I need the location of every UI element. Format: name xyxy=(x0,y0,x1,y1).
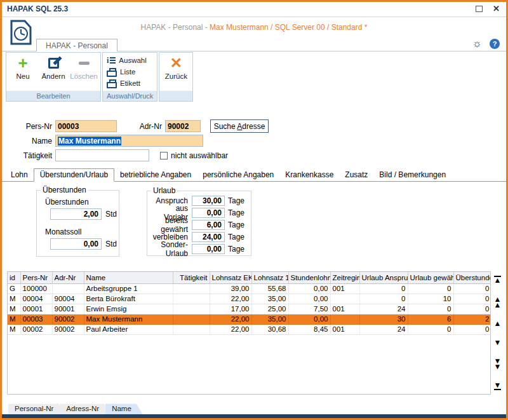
ribbon-group-bearbeiten: + Neu Ändern Löschen Bearbeiten xyxy=(6,52,101,102)
page-down-button[interactable]: ▼▼ xyxy=(494,358,502,370)
tab-ueberstunden-urlaub[interactable]: Überstunden/Urlaub xyxy=(34,168,114,182)
zurueck-button[interactable]: ✕ Zurück xyxy=(163,55,189,91)
table-cell: 17,00 xyxy=(210,304,251,314)
adr-nr-input[interactable]: 90002 xyxy=(165,120,201,132)
table-cell: 35,00 xyxy=(251,294,288,304)
table-cell: 6 xyxy=(408,314,453,324)
aus-vorjahr-input[interactable]: 0,00 xyxy=(192,208,225,218)
bottom-tab-personal-nr[interactable]: Personal-Nr xyxy=(8,403,65,414)
ribbon: + Neu Ändern Löschen Bearbeiten i Auswah… xyxy=(2,51,506,102)
table-cell xyxy=(330,294,359,304)
col-header-tätigkeit[interactable]: Tätigkeit xyxy=(173,272,210,283)
nicht-auswaehlbar-label: nicht auswählbar xyxy=(171,151,228,160)
table-cell: G xyxy=(8,283,20,294)
table-row[interactable]: M0000190001Erwin Emsig17,0025,007,500012… xyxy=(8,304,491,314)
table-row[interactable]: M0000390002Max Mustermann22,0035,000,003… xyxy=(8,314,491,324)
ueberstunden-legend: Überstunden xyxy=(41,186,88,194)
etikett-button[interactable]: Etikett xyxy=(107,78,152,89)
edit-icon xyxy=(48,58,59,69)
table-row[interactable]: M0000290002Paul Arbeiter22,0030,688,4500… xyxy=(8,324,491,334)
ribbon-group-auswahl-druck: i Auswahl Liste Etikett Auswahl/Druck xyxy=(102,52,157,102)
suche-adresse-button[interactable]: Suche Adresse xyxy=(210,119,269,133)
col-header-überstunden[interactable]: Überstunden xyxy=(453,272,491,283)
table-cell: 24 xyxy=(359,304,408,314)
taetigkeit-input[interactable] xyxy=(55,149,149,161)
list-info-icon: i xyxy=(107,56,116,65)
bottom-tab-name[interactable]: Name xyxy=(105,403,143,414)
table-cell: 8,45 xyxy=(288,324,330,334)
sonder-urlaub-input[interactable]: 0,00 xyxy=(192,244,225,254)
record-nav: ▲▲▲▲▼▼▼▼ xyxy=(490,275,505,391)
table-cell xyxy=(52,283,84,294)
auswahl-label: Auswahl xyxy=(119,57,146,64)
table-cell xyxy=(173,294,210,304)
col-header-lohnsatz-1[interactable]: Lohnsatz 1 xyxy=(251,272,288,283)
last-record-button[interactable]: ▼ xyxy=(494,383,502,391)
col-header-urlaub-gewährt[interactable]: Urlaub gewährt xyxy=(408,272,453,283)
table-cell xyxy=(173,304,210,314)
sonder-urlaub-label: Sonder-Urlaub xyxy=(151,240,192,258)
liste-button[interactable]: Liste xyxy=(107,66,152,78)
col-header-name[interactable]: Name xyxy=(84,272,173,283)
tab-zusatz[interactable]: Zusatz xyxy=(339,169,373,181)
app-window: HAPAK SQL 25.3 ✕ HAPAK - Personal - Max … xyxy=(0,0,508,420)
person-form: Pers-Nr 00003 Adr-Nr 90002 Suche Adresse… xyxy=(2,120,506,164)
page-up-button[interactable]: ▲▲ xyxy=(494,297,502,308)
close-icon[interactable]: ✕ xyxy=(493,5,500,13)
ribbon-tab-hapak-personal[interactable]: HAPAK - Personal xyxy=(36,39,117,51)
tab-persoenliche-angaben[interactable]: persönliche Angaben xyxy=(197,169,279,181)
name-input[interactable]: Max Mustermann xyxy=(55,135,203,147)
table-cell: 25,00 xyxy=(251,304,288,314)
auswahl-button[interactable]: i Auswahl xyxy=(107,55,152,66)
tab-bild-bemerkungen[interactable]: Bild / Bemerkungen xyxy=(373,169,451,181)
monatssoll-input[interactable]: 0,00 xyxy=(50,238,102,250)
title-bar: HAPAK SQL 25.3 ✕ xyxy=(2,2,506,17)
help-icon[interactable]: ? xyxy=(490,39,500,49)
loeschen-label: Löschen xyxy=(70,72,97,80)
monatssoll-unit: Std xyxy=(105,240,117,248)
maximize-icon[interactable] xyxy=(476,6,483,12)
bereits-gewaehrt-label: bereits gewährt xyxy=(151,216,192,234)
neu-button[interactable]: + Neu xyxy=(10,55,36,91)
arrow-down-icon: ▼ xyxy=(494,340,502,346)
table-cell: 0 xyxy=(359,283,408,294)
col-header-stundenlohn[interactable]: Stundenlohn xyxy=(288,272,330,283)
zurueck-label: Zurück xyxy=(165,72,187,80)
monatssoll-field-label: Monatssoll xyxy=(45,227,119,236)
verbleiben-input[interactable]: 24,00 xyxy=(192,232,225,242)
ueberstunden-field-label: Überstunden xyxy=(45,198,119,207)
col-header-pers-nr[interactable]: Pers-Nr xyxy=(20,272,52,283)
table-cell: M xyxy=(8,314,20,324)
col-header-lohnsatz-ek[interactable]: Lohnsatz EK xyxy=(210,272,251,283)
row-up-button[interactable]: ▲ xyxy=(494,321,502,327)
col-header-id[interactable]: id xyxy=(8,272,20,283)
table-cell: M xyxy=(8,294,20,304)
pers-nr-input[interactable]: 00003 xyxy=(55,120,117,132)
group-label-bearbeiten: Bearbeiten xyxy=(6,91,100,101)
col-header-urlaub-anspruch[interactable]: Urlaub Anspruch xyxy=(359,272,408,283)
settings-icon[interactable]: ☼ xyxy=(472,39,482,49)
ueberstunden-input[interactable]: 2,00 xyxy=(50,208,102,220)
col-header-zeitregime[interactable]: Zeitregime xyxy=(330,272,359,283)
tab-content: Überstunden Überstunden 2,00 Std Monatss… xyxy=(2,182,506,270)
table-cell: 39,00 xyxy=(210,283,251,294)
nicht-auswaehlbar-checkbox[interactable] xyxy=(160,152,168,159)
bottom-tab-adress-nr[interactable]: Adress-Nr xyxy=(60,403,110,414)
aendern-button[interactable]: Ändern xyxy=(40,55,67,91)
row-down-button[interactable]: ▼ xyxy=(494,340,502,346)
tab-betriebliche-angaben[interactable]: betriebliche Angaben xyxy=(114,169,197,181)
table-row[interactable]: G100000Arbeitsgruppe 139,0055,680,000010… xyxy=(8,283,491,294)
col-header-adr-nr[interactable]: Adr-Nr xyxy=(52,272,84,283)
anspruch-input[interactable]: 30,00 xyxy=(192,196,225,206)
bereits-gewaehrt-unit: Tage xyxy=(228,220,247,229)
ueberstunden-unit: Std xyxy=(105,210,117,219)
bereits-gewaehrt-input[interactable]: 6,00 xyxy=(192,220,225,230)
bottom-status-bar xyxy=(2,414,506,418)
tab-krankenkasse[interactable]: Krankenkasse xyxy=(279,169,339,181)
table-cell xyxy=(173,314,210,324)
table-row[interactable]: M0000490004Berta Bürokraft22,0035,000,00… xyxy=(8,294,491,304)
tab-lohn[interactable]: Lohn xyxy=(5,169,34,181)
first-record-button[interactable]: ▲ xyxy=(494,275,502,283)
personnel-table: idPers-NrAdr-NrNameTätigkeitLohnsatz EKL… xyxy=(8,272,491,335)
table-cell: 90001 xyxy=(52,304,84,314)
